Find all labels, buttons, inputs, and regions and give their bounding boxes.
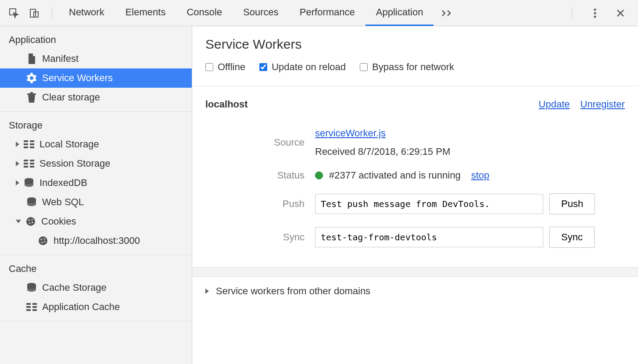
- push-button[interactable]: Push: [549, 193, 595, 214]
- service-workers-panel: Service Workers Offline Update on reload…: [192, 26, 638, 364]
- section-gap: [192, 267, 638, 277]
- checkbox-bypass-for-network-label: Bypass for network: [372, 61, 454, 73]
- database-icon: [26, 282, 37, 293]
- inspect-element-icon[interactable]: [5, 4, 23, 22]
- checkbox-update-on-reload-input[interactable]: [259, 63, 267, 71]
- tab-sources[interactable]: Sources: [233, 0, 289, 26]
- checkbox-bypass-for-network[interactable]: Bypass for network: [360, 61, 454, 73]
- svg-rect-7: [30, 140, 34, 142]
- expand-arrow-icon: [16, 161, 19, 166]
- expand-arrow-icon: [205, 289, 209, 294]
- svg-point-5: [594, 15, 596, 18]
- svg-point-4: [594, 12, 596, 14]
- svg-point-21: [28, 219, 29, 221]
- expand-arrow-icon: [16, 142, 19, 147]
- other-domains-row[interactable]: Service workers from other domains: [192, 277, 638, 306]
- sidebar-item-label: Service Workers: [42, 72, 113, 84]
- toolbar-divider: [52, 7, 52, 19]
- kebab-menu-icon[interactable]: [586, 4, 604, 22]
- svg-rect-14: [24, 163, 28, 164]
- update-link[interactable]: Update: [539, 99, 570, 110]
- status-indicator-icon: [315, 171, 323, 179]
- checkbox-offline-input[interactable]: [205, 63, 213, 71]
- database-icon: [24, 178, 34, 188]
- table-icon: [24, 139, 34, 150]
- svg-rect-10: [24, 146, 28, 148]
- svg-rect-6: [24, 140, 28, 142]
- sidebar-item-manifest[interactable]: Manifest: [0, 49, 192, 68]
- svg-point-28: [42, 242, 43, 243]
- svg-rect-15: [30, 163, 34, 164]
- close-icon[interactable]: [612, 4, 629, 22]
- checkbox-bypass-for-network-input[interactable]: [360, 63, 368, 71]
- svg-point-3: [594, 8, 596, 11]
- push-input[interactable]: [315, 194, 543, 214]
- status-text: #2377 activated and is running: [329, 170, 461, 181]
- sidebar-item-indexeddb[interactable]: IndexedDB: [0, 173, 192, 193]
- sidebar-item-local-storage[interactable]: Local Storage: [0, 135, 192, 154]
- svg-rect-36: [32, 309, 37, 311]
- sidebar-item-cookie-origin[interactable]: http://localhost:3000: [0, 231, 192, 250]
- source-file-link[interactable]: serviceWorker.js: [315, 128, 386, 139]
- devtools-tabs: Network Elements Console Sources Perform…: [58, 0, 566, 26]
- cookie-icon: [25, 216, 36, 227]
- sidebar-item-service-workers[interactable]: Service Workers: [0, 68, 192, 88]
- svg-rect-31: [26, 303, 31, 305]
- devtools-toolbar: Network Elements Console Sources Perform…: [0, 0, 638, 26]
- svg-point-22: [32, 219, 33, 221]
- sidebar-item-label: Manifest: [42, 53, 79, 64]
- sync-label: Sync: [205, 232, 315, 243]
- table-icon: [26, 302, 37, 312]
- stop-link[interactable]: stop: [471, 170, 490, 181]
- sidebar-item-label: Cache Storage: [42, 282, 107, 293]
- expand-arrow-icon: [16, 180, 19, 186]
- more-tabs-icon[interactable]: [434, 0, 461, 26]
- svg-point-27: [44, 239, 45, 240]
- sidebar-item-label: http://localhost:3000: [54, 235, 140, 246]
- unregister-link[interactable]: Unregister: [581, 99, 625, 110]
- sync-button[interactable]: Sync: [549, 227, 595, 248]
- toolbar-divider-right: [572, 7, 572, 19]
- section-application: Application: [0, 26, 192, 49]
- tab-application[interactable]: Application: [366, 0, 434, 26]
- svg-point-24: [32, 221, 33, 223]
- svg-rect-13: [30, 160, 34, 161]
- svg-rect-1: [30, 9, 36, 17]
- sidebar-item-cookies[interactable]: Cookies: [0, 212, 192, 231]
- svg-point-23: [29, 223, 31, 224]
- sidebar-item-clear-storage[interactable]: Clear storage: [0, 88, 192, 107]
- toggle-device-toolbar-icon[interactable]: [25, 4, 43, 22]
- checkbox-update-on-reload[interactable]: Update on reload: [259, 61, 346, 73]
- database-icon: [26, 197, 37, 207]
- svg-rect-9: [30, 143, 34, 145]
- sidebar-item-application-cache[interactable]: Application Cache: [0, 297, 192, 317]
- page-title: Service Workers: [205, 37, 625, 52]
- origin-name: localhost: [205, 99, 248, 110]
- svg-point-25: [39, 236, 47, 245]
- tab-performance[interactable]: Performance: [289, 0, 366, 26]
- svg-rect-12: [24, 160, 28, 161]
- svg-rect-32: [32, 303, 37, 305]
- sidebar-item-session-storage[interactable]: Session Storage: [0, 154, 192, 173]
- sidebar-item-cache-storage[interactable]: Cache Storage: [0, 278, 192, 297]
- svg-rect-34: [32, 306, 37, 308]
- checkbox-offline[interactable]: Offline: [205, 61, 245, 73]
- push-label: Push: [205, 198, 315, 210]
- section-storage: Storage: [0, 112, 192, 135]
- sync-input[interactable]: [315, 227, 543, 247]
- svg-rect-17: [30, 166, 34, 168]
- sidebar-item-label: IndexedDB: [39, 177, 87, 189]
- document-icon: [26, 54, 37, 64]
- sidebar-item-label: Session Storage: [39, 158, 110, 169]
- sidebar-item-label: Clear storage: [42, 92, 100, 103]
- other-domains-label: Service workers from other domains: [216, 285, 370, 297]
- tab-console[interactable]: Console: [176, 0, 233, 26]
- collapse-arrow-icon: [16, 220, 21, 223]
- svg-point-20: [26, 217, 35, 226]
- tab-elements[interactable]: Elements: [115, 0, 176, 26]
- sidebar-item-web-sql[interactable]: Web SQL: [0, 193, 192, 212]
- checkbox-update-on-reload-label: Update on reload: [272, 61, 346, 73]
- gear-icon: [26, 73, 37, 83]
- tab-network[interactable]: Network: [58, 0, 115, 26]
- svg-rect-8: [24, 143, 28, 145]
